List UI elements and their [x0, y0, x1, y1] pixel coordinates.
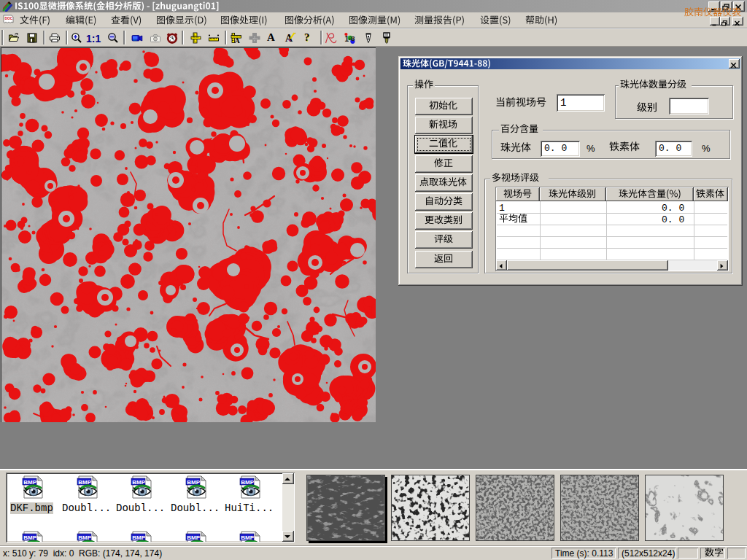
svg-text:A: A: [235, 36, 241, 44]
svg-text:DOC: DOC: [5, 17, 13, 20]
svg-text:BMP: BMP: [241, 534, 254, 541]
svg-text:BMP: BMP: [23, 534, 36, 541]
svg-text:BMP: BMP: [132, 534, 145, 541]
svg-text:BMP: BMP: [187, 534, 200, 541]
svg-text:A: A: [285, 33, 293, 44]
svg-text:BMP: BMP: [132, 479, 145, 486]
svg-text:BMP: BMP: [78, 534, 91, 541]
svg-text:BMP: BMP: [241, 479, 254, 486]
svg-text:BMP: BMP: [187, 479, 200, 486]
svg-text:BMP: BMP: [78, 479, 91, 486]
svg-text:BMP: BMP: [23, 479, 36, 486]
svg-text:3: 3: [351, 34, 355, 42]
